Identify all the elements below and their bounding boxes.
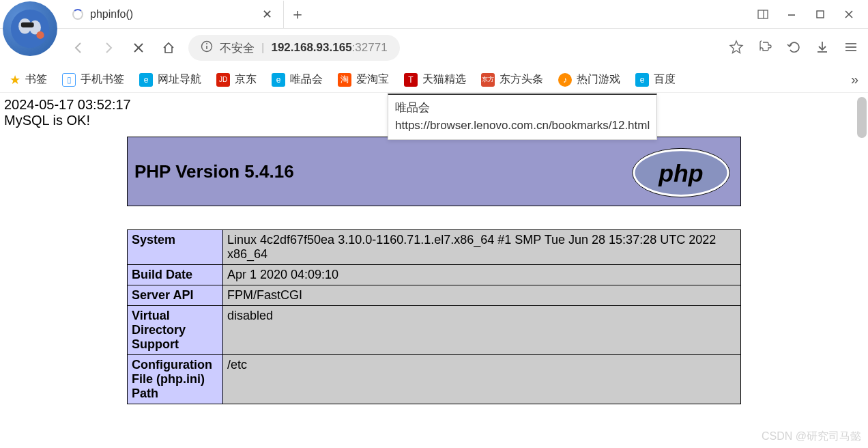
svg-rect-3 <box>21 23 34 28</box>
maximize-icon[interactable] <box>808 5 833 24</box>
svg-rect-8 <box>817 11 824 18</box>
address-separator: | <box>261 41 264 55</box>
cell-key: Build Date <box>128 265 223 285</box>
bookmark-label: 书签 <box>25 72 47 87</box>
bookmarks-overflow-icon[interactable]: » <box>851 72 858 87</box>
star-icon: ★ <box>10 72 20 87</box>
url-port: :32771 <box>352 41 388 54</box>
cell-key: Server API <box>128 285 223 306</box>
bookmark-label: 手机书签 <box>81 72 124 87</box>
cell-value: disabled <box>223 306 741 355</box>
home-button[interactable] <box>158 38 179 58</box>
svg-rect-5 <box>758 10 768 18</box>
cell-key: System <box>128 230 223 265</box>
table-row: Configuration File (php.ini) Path/etc <box>128 355 741 404</box>
profile-avatar[interactable] <box>3 1 57 56</box>
bookmark-label: 京东 <box>235 72 257 87</box>
bookmark-star[interactable]: ★书签 <box>10 72 47 87</box>
bookmark-tooltip: 唯品会 https://browser.lenovo.com.cn/bookma… <box>388 94 657 140</box>
back-button[interactable] <box>68 38 89 58</box>
undo-icon[interactable] <box>786 40 801 57</box>
bookmark-nav[interactable]: e网址导航 <box>139 72 201 87</box>
tab-title: phpinfo() <box>90 8 252 20</box>
bookmark-label: 热门游戏 <box>577 72 620 87</box>
watermark-text: CSDN @研究司马懿 <box>762 430 861 444</box>
table-row: SystemLinux 4c2df67f50ea 3.10.0-1160.71.… <box>128 230 741 265</box>
vertical-scrollbar[interactable] <box>857 97 867 138</box>
cell-value: /etc <box>223 355 741 404</box>
insecure-label: 不安全 <box>220 40 255 56</box>
close-window-icon[interactable] <box>837 5 861 24</box>
phpinfo-header: PHP Version 5.4.16 php <box>127 137 741 206</box>
svg-text:php: php <box>658 160 703 187</box>
cell-value: FPM/FastCGI <box>223 285 741 306</box>
window-dock-icon[interactable] <box>751 5 775 24</box>
url-host: 192.168.93.165:32771 <box>271 41 387 55</box>
tab-bar: phpinfo() ✕ ＋ <box>0 0 868 29</box>
minimize-icon[interactable] <box>779 5 804 24</box>
table-row: Server APIFPM/FastCGI <box>128 285 741 306</box>
bookmark-label: 爱淘宝 <box>356 72 389 87</box>
extensions-icon[interactable] <box>757 40 772 57</box>
taobao-icon: 淘 <box>338 73 351 87</box>
stop-button[interactable] <box>128 38 149 58</box>
new-tab-button[interactable]: ＋ <box>284 4 311 25</box>
table-row: Build DateApr 1 2020 04:09:10 <box>128 265 741 285</box>
phpinfo-table: SystemLinux 4c2df67f50ea 3.10.0-1160.71.… <box>127 229 741 404</box>
cell-key: Configuration File (php.ini) Path <box>128 355 223 404</box>
tmall-icon: T <box>404 73 418 87</box>
menu-icon[interactable] <box>843 40 858 57</box>
bookmark-baidu[interactable]: e百度 <box>635 72 676 87</box>
cell-key: Virtual Directory Support <box>128 306 223 355</box>
bookmark-taobao[interactable]: 淘爱淘宝 <box>338 72 389 87</box>
downloads-icon[interactable] <box>815 40 830 57</box>
loading-spinner-icon <box>72 9 83 20</box>
address-bar[interactable]: 不安全 | 192.168.93.165:32771 <box>188 35 400 61</box>
edge-icon: e <box>635 73 649 87</box>
php-version-title: PHP Version 5.4.16 <box>134 161 294 182</box>
bookmark-dongfang[interactable]: 东方东方头条 <box>481 72 543 87</box>
bookmark-label: 天猫精选 <box>422 72 466 87</box>
bookmark-label: 网址导航 <box>158 72 201 87</box>
bookmark-mobile[interactable]: ▯手机书签 <box>62 72 124 87</box>
php-logo-icon: php <box>630 145 732 200</box>
forward-button[interactable] <box>98 38 119 58</box>
games-icon: ♪ <box>558 73 572 87</box>
tooltip-url: https://browser.lenovo.com.cn/bookmarks/… <box>395 117 650 135</box>
table-row: Virtual Directory Supportdisabled <box>128 306 741 355</box>
browser-window: phpinfo() ✕ ＋ 不安全 | 192.168.93.165:32771 <box>0 0 868 448</box>
tooltip-title: 唯品会 <box>395 99 650 117</box>
svg-point-15 <box>206 43 207 44</box>
info-icon <box>201 40 213 56</box>
bookmark-label: 唯品会 <box>290 72 323 87</box>
address-bar-row: 不安全 | 192.168.93.165:32771 <box>0 29 868 67</box>
bookmark-label: 东方头条 <box>500 72 543 87</box>
phpinfo-container: PHP Version 5.4.16 php SystemLinux 4c2df… <box>127 137 741 404</box>
bookmark-jd[interactable]: JD京东 <box>216 72 257 87</box>
cell-value: Apr 1 2020 04:09:10 <box>223 265 741 285</box>
svg-point-4 <box>36 31 44 39</box>
edge-icon: e <box>272 73 285 87</box>
bookmark-star-icon[interactable] <box>729 40 744 57</box>
edge-icon: e <box>139 73 153 87</box>
browser-tab[interactable]: phpinfo() ✕ <box>66 1 284 28</box>
bookmark-games[interactable]: ♪热门游戏 <box>558 72 620 87</box>
jd-icon: JD <box>216 73 230 87</box>
dongfang-icon: 东方 <box>481 73 495 87</box>
window-controls <box>751 5 868 24</box>
url-host-text: 192.168.93.165 <box>271 41 351 54</box>
bookmarks-bar: ★书签 ▯手机书签 e网址导航 JD京东 e唯品会 淘爱淘宝 T天猫精选 东方东… <box>0 67 868 93</box>
page-viewport: 2024-05-17 03:52:17 MySQL is OK! PHP Ver… <box>0 93 868 448</box>
bookmark-tmall[interactable]: T天猫精选 <box>404 72 466 87</box>
cell-value: Linux 4c2df67f50ea 3.10.0-1160.71.1.el7.… <box>223 230 741 265</box>
avatar-image-icon <box>10 8 50 49</box>
bookmark-vip[interactable]: e唯品会 <box>272 72 323 87</box>
bookmark-label: 百度 <box>654 72 676 87</box>
mobile-icon: ▯ <box>62 73 76 87</box>
close-tab-icon[interactable]: ✕ <box>259 7 275 22</box>
